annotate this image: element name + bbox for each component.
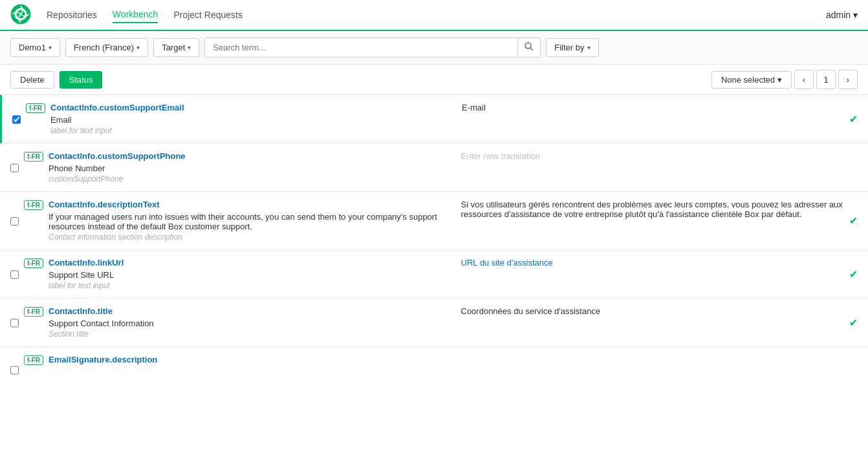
action-bar: Delete Status None selected ▾ ‹ 1 ›: [0, 65, 868, 95]
hint-text: Contact information section description: [49, 233, 446, 242]
locale-tag: f-FR: [24, 307, 43, 317]
language-dropdown[interactable]: French (France) ▾: [65, 38, 148, 57]
row-left: ContactInfo.title Support Contact Inform…: [49, 306, 461, 339]
target-dropdown[interactable]: Target ▾: [153, 38, 199, 57]
checkmark-icon: ✔: [849, 268, 858, 280]
nav-project-requests[interactable]: Project Requests: [173, 7, 243, 23]
row-left: ContactInfo.customSupportPhone Phone Num…: [49, 151, 461, 184]
row-checkbox[interactable]: [12, 104, 21, 135]
topnav: Repositories Workbench Project Requests …: [0, 0, 868, 31]
nav-repositories[interactable]: Repositories: [47, 7, 97, 23]
hint-text: Section title: [49, 330, 446, 339]
row-checkbox[interactable]: [10, 201, 19, 242]
page-prev-button[interactable]: ‹: [794, 70, 814, 89]
page-number: 1: [816, 70, 836, 89]
source-text: Support Site URL: [49, 270, 446, 280]
source-text: Phone Number: [49, 163, 446, 173]
row-left: ContactInfo.descriptionText If your mana…: [49, 200, 461, 242]
language-dropdown-caret: ▾: [136, 44, 140, 51]
toolbar: Demo1 ▾ French (France) ▾ Target ▾ Filte…: [0, 31, 868, 65]
delete-button[interactable]: Delete: [10, 71, 54, 89]
translation-placeholder: Enter new translation: [461, 151, 540, 161]
status-button[interactable]: Status: [60, 71, 103, 89]
translation-text: URL du site d'assistance: [461, 258, 553, 268]
hint-text: label for text input: [49, 281, 446, 290]
row-left: EmailSignature.description: [49, 355, 461, 384]
row-right: Si vos utilisateurs gérés rencontrent de…: [461, 200, 858, 242]
none-selected-caret: ▾: [777, 75, 782, 85]
locale-tag: f-FR: [26, 103, 45, 113]
table-row: f-FR ContactInfo.linkUrl Support Site UR…: [0, 250, 868, 299]
table-row: f-FR ContactInfo.descriptionText If your…: [0, 192, 868, 250]
filter-dropdown-caret: ▾: [587, 44, 591, 51]
translation-key: ContactInfo.title: [49, 306, 446, 316]
table-row: f-FR EmailSignature.description: [0, 347, 868, 392]
logo: [10, 4, 31, 26]
row-checkbox[interactable]: [10, 356, 19, 384]
source-text: Email: [50, 115, 446, 125]
translation-key: ContactInfo.linkUrl: [49, 258, 446, 268]
locale-tag: f-FR: [24, 258, 43, 268]
row-right: [461, 355, 858, 384]
row-checkbox[interactable]: [10, 259, 19, 290]
row-checkbox[interactable]: [10, 152, 19, 184]
admin-menu[interactable]: admin ▾: [826, 10, 858, 20]
row-right: URL du site d'assistance ✔: [461, 258, 858, 290]
table-row: f-FR ContactInfo.customSupportEmail Emai…: [0, 95, 868, 143]
nav-workbench[interactable]: Workbench: [113, 6, 158, 23]
row-right: E-mail ✔: [462, 103, 858, 135]
checkmark-icon: ✔: [849, 215, 858, 227]
translation-key: EmailSignature.description: [49, 355, 446, 364]
table-row: f-FR ContactInfo.title Support Contact I…: [0, 299, 868, 347]
filter-dropdown[interactable]: Filter by ▾: [546, 38, 598, 57]
hint-text: label for text input: [50, 126, 446, 135]
row-left: ContactInfo.linkUrl Support Site URL lab…: [49, 258, 461, 290]
locale-tag: f-FR: [24, 355, 43, 365]
search-button[interactable]: [517, 38, 540, 57]
svg-line-3: [530, 48, 533, 50]
row-left: ContactInfo.customSupportEmail Email lab…: [50, 103, 462, 135]
project-dropdown-caret: ▾: [49, 44, 52, 51]
translation-text: E-mail: [462, 103, 486, 112]
translation-text: Si vos utilisateurs gérés rencontrent de…: [461, 200, 850, 219]
source-text: Support Contact Information: [49, 319, 446, 328]
project-dropdown[interactable]: Demo1 ▾: [10, 38, 60, 57]
search-container: [204, 37, 541, 58]
svg-point-2: [525, 43, 531, 48]
locale-tag: f-FR: [24, 200, 43, 210]
translation-text: Coordonnées du service d'assistance: [461, 306, 601, 316]
source-text: If your managed users run into issues wi…: [49, 212, 446, 231]
translation-key: ContactInfo.customSupportPhone: [49, 151, 446, 161]
table-row: f-FR ContactInfo.customSupportPhone Phon…: [0, 143, 868, 192]
translation-key: ContactInfo.customSupportEmail: [50, 103, 446, 112]
none-selected-dropdown[interactable]: None selected ▾: [711, 71, 792, 89]
translation-key: ContactInfo.descriptionText: [49, 200, 446, 209]
hint-text: customSupportPhone: [49, 174, 446, 184]
checkmark-icon: ✔: [849, 113, 858, 125]
target-dropdown-caret: ▾: [188, 44, 191, 51]
row-checkbox[interactable]: [10, 308, 19, 339]
row-right: Coordonnées du service d'assistance ✔: [461, 306, 858, 339]
locale-tag: f-FR: [24, 152, 43, 162]
pagination-area: None selected ▾ ‹ 1 ›: [711, 70, 858, 89]
search-input[interactable]: [205, 39, 517, 56]
checkmark-icon: ✔: [849, 317, 858, 329]
page-next-button[interactable]: ›: [838, 70, 858, 89]
row-right: Enter new translation: [461, 151, 858, 184]
translation-list: f-FR ContactInfo.customSupportEmail Emai…: [0, 95, 868, 392]
